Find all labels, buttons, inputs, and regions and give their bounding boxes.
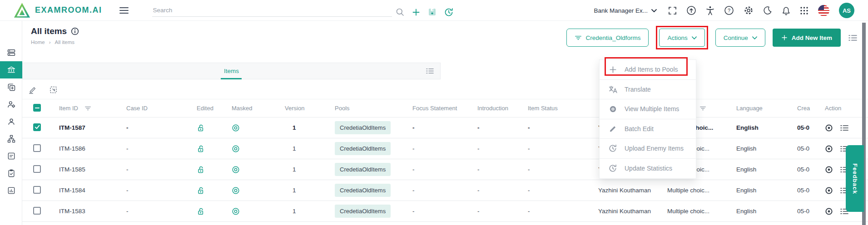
feedback-label: Feedback: [852, 163, 858, 194]
item-id-filter-icon[interactable]: [84, 105, 91, 112]
masked-eye-icon[interactable]: [232, 207, 280, 215]
col-item-status: Item Status: [523, 99, 593, 117]
lock-open-icon[interactable]: [197, 145, 227, 153]
cell-item-id: ITM-1584: [54, 180, 121, 201]
accessibility-icon[interactable]: [706, 6, 714, 15]
filter-credentia-button[interactable]: Credentia_Oldforms: [566, 29, 649, 47]
help-icon[interactable]: ?: [724, 5, 734, 15]
cell-item-status: -: [523, 180, 593, 201]
settings-gear-icon[interactable]: [744, 5, 754, 15]
breadcrumb-home[interactable]: Home: [31, 39, 45, 45]
avatar[interactable]: AS: [839, 3, 854, 18]
sidebar-item-server-icon[interactable]: [0, 44, 22, 61]
row-checkbox[interactable]: [33, 186, 41, 194]
sidebar-item-item-bank-icon[interactable]: [0, 61, 22, 78]
view-item-eye-icon[interactable]: [825, 207, 833, 215]
menu-item-label: Update Statistics: [625, 165, 672, 172]
table-row[interactable]: ITM-1586 - 1 CredetiaOldItems - - - Yazh…: [22, 138, 868, 159]
account-selector[interactable]: Bank Manager Ex...: [594, 7, 657, 14]
table-row[interactable]: ITM-1587 - 1 CredetiaOldItems - - - Yazh…: [22, 117, 868, 138]
lock-open-icon[interactable]: [197, 207, 227, 215]
tab-bar: Items: [22, 63, 441, 79]
cell-case-id: -: [121, 138, 192, 159]
cell-focus: -: [407, 138, 472, 159]
menu-item-label: Upload Enemy Items: [625, 145, 684, 152]
pool-badge: CredetiaOldItems: [335, 184, 391, 197]
translate-icon: [608, 85, 617, 94]
menu-item-translate[interactable]: Translate: [600, 80, 696, 100]
table-row[interactable]: ITM-1584 - 1 CredetiaOldItems - - - Yazh…: [22, 180, 868, 201]
info-icon[interactable]: [71, 27, 79, 35]
sidebar-item-analytics-icon[interactable]: [0, 182, 22, 199]
continue-button-label: Continue: [724, 34, 748, 41]
lock-open-icon[interactable]: [197, 166, 227, 174]
menu-item-batch-edit[interactable]: Batch Edit: [600, 119, 696, 139]
save-icon[interactable]: [428, 8, 436, 16]
continue-button[interactable]: Continue: [715, 29, 765, 47]
add-new-item-button[interactable]: Add New Item: [773, 29, 841, 47]
view-item-eye-icon[interactable]: [825, 124, 833, 132]
menu-item-upload-enemy-items[interactable]: Upload Enemy Items: [600, 139, 696, 159]
breadcrumb: Home › All items: [31, 39, 79, 45]
item-type-filter-icon[interactable]: [699, 105, 706, 112]
sidebar-item-hierarchy-icon[interactable]: [0, 130, 22, 147]
sidebar-item-user-icon[interactable]: [0, 113, 22, 130]
row-checkbox[interactable]: [33, 165, 41, 173]
fullscreen-icon[interactable]: [668, 6, 677, 15]
menu-toggle-icon[interactable]: [119, 7, 129, 14]
tab-bar-list-icon[interactable]: [426, 67, 434, 75]
cell-introduction: -: [472, 159, 523, 180]
view-item-eye-icon[interactable]: [825, 145, 833, 153]
pool-badge: CredetiaOldItems: [335, 163, 391, 176]
masked-eye-icon[interactable]: [232, 186, 280, 195]
row-checkbox[interactable]: [33, 123, 41, 131]
feedback-button[interactable]: Feedback: [846, 145, 864, 212]
menu-item-update-statistics[interactable]: Update Statistics: [600, 159, 696, 179]
row-checkbox[interactable]: [33, 144, 41, 152]
actions-highlight-box: Actions: [656, 26, 708, 49]
language-flag-icon[interactable]: [818, 5, 829, 16]
sidebar-item-add-copy-icon[interactable]: [0, 78, 22, 96]
page-title: All items: [31, 26, 67, 36]
apps-grid-icon[interactable]: [800, 6, 808, 15]
view-item-eye-icon[interactable]: [825, 166, 833, 174]
menu-item-add-items-to-pools[interactable]: Add Items to Pools: [600, 60, 696, 80]
sidebar-item-clipboard-check-icon[interactable]: [0, 165, 22, 182]
actions-dropdown-menu: Add Items to Pools Translate View Multip…: [599, 59, 696, 179]
select-all-checkbox[interactable]: [33, 104, 41, 112]
masked-eye-icon[interactable]: [232, 166, 280, 174]
col-language: Language: [731, 99, 792, 117]
add-icon[interactable]: [412, 8, 420, 16]
menu-item-view-multiple-items[interactable]: View Multiple Items: [600, 99, 696, 119]
cell-focus: -: [407, 180, 472, 201]
sidebar-item-user-settings-icon[interactable]: [0, 96, 22, 113]
toolbar-list-icon[interactable]: [848, 34, 858, 42]
cell-created: 05-0: [792, 159, 820, 180]
table-row[interactable]: ITM-1585 - 1 CredetiaOldItems - - - Yazh…: [22, 159, 868, 180]
row-menu-icon[interactable]: [840, 124, 849, 132]
history-icon[interactable]: [444, 8, 453, 17]
col-pools: Pools: [330, 99, 407, 117]
edit-pencil-icon[interactable]: [28, 85, 37, 94]
tab-items[interactable]: Items: [221, 63, 242, 79]
masked-eye-icon[interactable]: [232, 124, 280, 132]
search-input[interactable]: [152, 4, 392, 17]
upload-circle-icon[interactable]: [686, 5, 696, 15]
column-settings-icon[interactable]: [49, 85, 58, 94]
pool-badge: CredetiaOldItems: [335, 121, 391, 134]
masked-eye-icon[interactable]: [232, 145, 280, 153]
dark-mode-moon-icon[interactable]: [763, 6, 772, 15]
table-row[interactable]: ITM-1583 - 1 CredetiaOldItems - - - Yazh…: [22, 201, 868, 222]
cell-language: English: [731, 138, 792, 159]
actions-button[interactable]: Actions: [659, 29, 704, 47]
view-item-eye-icon[interactable]: [825, 186, 833, 195]
logo[interactable]: EXAMROOM.AI: [14, 2, 102, 19]
lock-open-icon[interactable]: [197, 124, 227, 132]
lock-open-icon[interactable]: [197, 186, 227, 195]
row-checkbox[interactable]: [33, 207, 41, 215]
cell-case-id: -: [121, 201, 192, 222]
search-icon[interactable]: [396, 8, 404, 16]
notifications-bell-icon[interactable]: [782, 6, 790, 15]
sidebar-item-document-icon[interactable]: [0, 147, 22, 165]
filter-button-label: Credentia_Oldforms: [586, 34, 641, 41]
